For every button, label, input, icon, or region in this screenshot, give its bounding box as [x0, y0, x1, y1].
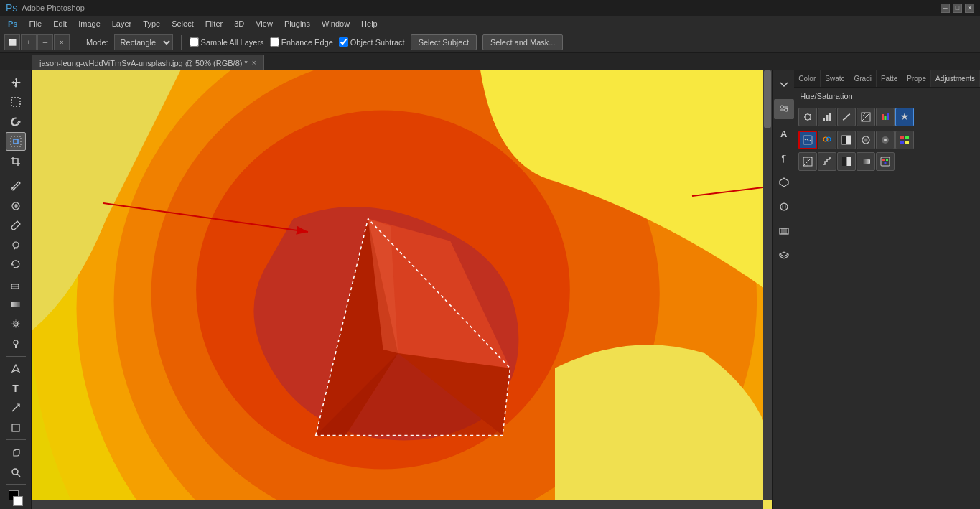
- tool-gradient[interactable]: [6, 295, 26, 313]
- gradient-map-btn[interactable]: [857, 152, 875, 171]
- tool-preset-group: ⬜ + ─ ×: [4, 34, 70, 50]
- horizontal-scrollbar[interactable]: [32, 500, 763, 509]
- background-color[interactable]: [13, 496, 23, 506]
- menu-3d[interactable]: 3D: [229, 18, 249, 29]
- menu-edit[interactable]: Edit: [48, 18, 72, 29]
- object-subtract-group: Object Subtract: [339, 37, 405, 47]
- sample-all-layers-checkbox[interactable]: [190, 37, 199, 47]
- hue-saturation-icon-btn[interactable]: [895, 108, 914, 126]
- svg-rect-0: [11, 98, 20, 106]
- curves-btn[interactable]: [837, 108, 856, 126]
- channel-mixer-btn[interactable]: [876, 131, 895, 149]
- brightness-contrast-btn[interactable]: [798, 108, 817, 126]
- 3d-icon-btn[interactable]: [774, 172, 794, 192]
- select-and-mask-button[interactable]: Select and Mask...: [482, 34, 564, 50]
- svg-marker-30: [780, 178, 788, 187]
- svg-rect-54: [900, 141, 904, 144]
- tool-hand[interactable]: [6, 443, 26, 461]
- expand-panel-btn[interactable]: [774, 75, 794, 95]
- sphere-icon-btn[interactable]: [774, 197, 794, 217]
- hue-saturation-main-btn[interactable]: [798, 131, 817, 149]
- tool-object-select[interactable]: [6, 132, 26, 151]
- color-lookup-btn[interactable]: [895, 131, 914, 149]
- vertical-scrollbar[interactable]: [763, 70, 772, 500]
- paragraph-icon-btn[interactable]: ¶: [774, 148, 794, 168]
- svg-point-28: [780, 106, 783, 108]
- tool-move[interactable]: [6, 73, 26, 91]
- color-swatch[interactable]: [6, 490, 26, 506]
- menu-help[interactable]: Help: [356, 18, 383, 29]
- new-selection-btn[interactable]: ⬜: [4, 34, 20, 50]
- svg-rect-53: [905, 136, 909, 139]
- close-button[interactable]: ✕: [965, 4, 974, 13]
- tool-history-brush[interactable]: [6, 256, 26, 274]
- subtract-selection-btn[interactable]: ─: [37, 34, 53, 50]
- timeline-icon-btn[interactable]: [774, 221, 794, 241]
- menu-type[interactable]: Type: [138, 18, 165, 29]
- tool-shape[interactable]: [6, 419, 26, 436]
- tool-dodge[interactable]: [6, 335, 26, 352]
- tool-crop[interactable]: [6, 152, 26, 170]
- tool-eyedropper[interactable]: [6, 177, 26, 195]
- photo-filter-btn[interactable]: [857, 131, 875, 149]
- intersect-selection-btn[interactable]: ×: [54, 34, 70, 50]
- tool-sep3: [6, 439, 26, 440]
- invert-btn[interactable]: [798, 152, 817, 171]
- tab-properties[interactable]: Prope: [902, 70, 931, 87]
- selective-color-btn[interactable]: [876, 152, 895, 171]
- add-selection-btn[interactable]: +: [21, 34, 37, 50]
- title-bar-controls[interactable]: ─ □ ✕: [941, 4, 974, 13]
- bw-btn[interactable]: [837, 131, 856, 149]
- menu-view[interactable]: View: [251, 18, 278, 29]
- menu-plugins[interactable]: Plugins: [279, 18, 315, 29]
- menu-filter[interactable]: Filter: [200, 18, 228, 29]
- sep2: [181, 35, 182, 50]
- tool-eraser[interactable]: [6, 276, 26, 294]
- main-layout: T: [0, 70, 980, 509]
- color-balance-btn[interactable]: [818, 131, 836, 149]
- vibrance-btn[interactable]: [876, 108, 895, 126]
- mode-select[interactable]: Rectangle Fixed Size: [114, 34, 173, 50]
- maximize-button[interactable]: □: [953, 4, 962, 13]
- vertical-scrollbar-thumb[interactable]: [764, 70, 771, 128]
- posterize-btn[interactable]: [818, 152, 836, 171]
- tool-lasso[interactable]: [6, 113, 26, 131]
- tab-color[interactable]: Color: [794, 70, 821, 87]
- tool-clone[interactable]: [6, 236, 26, 254]
- canvas-area[interactable]: [32, 70, 772, 509]
- tool-blur[interactable]: [6, 315, 26, 333]
- svg-rect-6: [11, 302, 20, 307]
- select-subject-button[interactable]: Select Subject: [411, 34, 477, 50]
- text-icon-btn[interactable]: A: [774, 123, 794, 144]
- tab-patterns[interactable]: Patte: [877, 70, 902, 87]
- levels-btn[interactable]: [818, 108, 836, 126]
- adjustments-icon-btn[interactable]: [774, 99, 794, 119]
- tool-type[interactable]: T: [6, 379, 26, 397]
- tool-pen[interactable]: [6, 360, 26, 378]
- menu-image[interactable]: Image: [73, 18, 106, 29]
- menu-select[interactable]: Select: [167, 18, 199, 29]
- svg-rect-47: [846, 136, 851, 144]
- menu-window[interactable]: Window: [317, 18, 355, 29]
- object-subtract-checkbox[interactable]: [339, 37, 348, 47]
- menu-ps[interactable]: Ps: [3, 18, 22, 29]
- tool-zoom[interactable]: [6, 463, 26, 481]
- doc-tab-close[interactable]: ×: [252, 59, 256, 67]
- adjustments-section-title: Hue/Saturation: [794, 88, 980, 105]
- tab-gradients[interactable]: Gradi: [849, 70, 876, 87]
- exposure-btn[interactable]: [857, 108, 875, 126]
- tool-healing[interactable]: [6, 197, 26, 215]
- tool-rect-select[interactable]: [6, 93, 26, 111]
- layers-icon-btn[interactable]: [774, 246, 794, 266]
- tab-swatches[interactable]: Swatc: [821, 70, 849, 87]
- doc-tab[interactable]: jason-leung-wHddViTmSvA-unsplash.jpg @ 5…: [32, 55, 264, 70]
- menu-layer[interactable]: Layer: [107, 18, 137, 29]
- tool-path-select[interactable]: [6, 399, 26, 417]
- tab-adjustments[interactable]: Adjustments: [931, 70, 980, 87]
- enhance-edge-checkbox[interactable]: [270, 37, 279, 47]
- menu-file[interactable]: File: [24, 18, 47, 29]
- svg-rect-64: [885, 162, 887, 164]
- threshold-btn[interactable]: [837, 152, 856, 171]
- tool-brush[interactable]: [6, 216, 26, 234]
- minimize-button[interactable]: ─: [941, 4, 950, 13]
